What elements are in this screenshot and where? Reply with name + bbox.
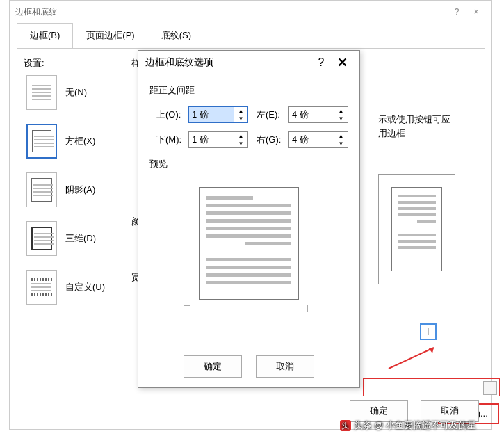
toutiao-logo-icon: 头 (340, 420, 351, 431)
apply-to-combo[interactable] (363, 378, 500, 396)
right-label: 右(G): (257, 134, 284, 146)
sub-close-icon[interactable]: ✕ (332, 55, 352, 70)
setting-shadow[interactable]: 阴影(A) (24, 172, 128, 207)
bottom-spinner[interactable]: ▲▼ (188, 131, 248, 148)
tab-strip: 边框(B) 页面边框(P) 底纹(S) (10, 23, 491, 48)
setting-none[interactable]: 无(N) (24, 75, 128, 110)
spin-down-icon[interactable]: ▼ (334, 115, 348, 123)
setting-box[interactable]: 方框(X) (24, 124, 128, 159)
sub-help-icon[interactable]: ? (311, 56, 332, 69)
main-preview (378, 174, 455, 284)
custom-icon (26, 270, 57, 305)
none-icon (26, 75, 57, 110)
margin-group-label: 距正文间距 (149, 84, 348, 97)
spin-up-icon[interactable]: ▲ (234, 132, 247, 140)
border-shading-options-dialog: 边框和底纹选项 ? ✕ 距正文间距 上(O): ▲▼ 左(E): ▲▼ 下(M)… (138, 50, 360, 388)
main-titlebar: 边框和底纹 ? × (10, 1, 491, 23)
left-spinner[interactable]: ▲▼ (288, 106, 348, 123)
help-icon[interactable]: ? (447, 7, 466, 17)
left-input[interactable] (289, 107, 334, 122)
top-input[interactable] (189, 107, 234, 122)
sub-titlebar: 边框和底纹选项 ? ✕ (138, 51, 359, 74)
sub-title: 边框和底纹选项 (145, 56, 311, 69)
watermark: 头 头条 @ 小鱼要摘遥不可及的星 (340, 419, 476, 432)
left-label: 左(E): (257, 108, 284, 121)
main-title: 边框和底纹 (15, 6, 447, 18)
preview-label: 预览 (149, 158, 348, 170)
sub-cancel-button[interactable]: 取消 (256, 355, 314, 378)
spin-up-icon[interactable]: ▲ (334, 107, 348, 115)
threed-icon (26, 221, 57, 256)
shadow-icon (26, 172, 57, 207)
svg-line-0 (389, 348, 434, 369)
border-toggle-button[interactable] (420, 323, 437, 340)
tab-page-border[interactable]: 页面边框(P) (73, 23, 147, 48)
box-icon (26, 124, 57, 159)
sub-ok-button[interactable]: 确定 (184, 355, 242, 378)
spin-down-icon[interactable]: ▼ (234, 140, 247, 148)
close-icon[interactable]: × (466, 7, 486, 17)
sub-preview (186, 177, 311, 309)
tab-border[interactable]: 边框(B) (17, 23, 73, 49)
right-input[interactable] (289, 132, 334, 147)
top-spinner[interactable]: ▲▼ (188, 106, 248, 123)
tab-shading[interactable]: 底纹(S) (148, 23, 204, 48)
settings-label: 设置: (24, 57, 128, 70)
hint-text: 示或使用按钮可应用边框 (378, 113, 450, 140)
spin-up-icon[interactable]: ▲ (234, 107, 247, 115)
bottom-input[interactable] (189, 132, 234, 147)
annotation-arrow (385, 344, 441, 372)
spin-down-icon[interactable]: ▼ (234, 115, 247, 123)
setting-custom[interactable]: 自定义(U) (24, 270, 128, 305)
bottom-label: 下(M): (156, 134, 184, 146)
setting-threed[interactable]: 三维(D) (24, 221, 128, 256)
spin-down-icon[interactable]: ▼ (334, 140, 348, 148)
right-spinner[interactable]: ▲▼ (288, 131, 348, 148)
spin-up-icon[interactable]: ▲ (334, 132, 348, 140)
top-label: 上(O): (156, 108, 184, 121)
